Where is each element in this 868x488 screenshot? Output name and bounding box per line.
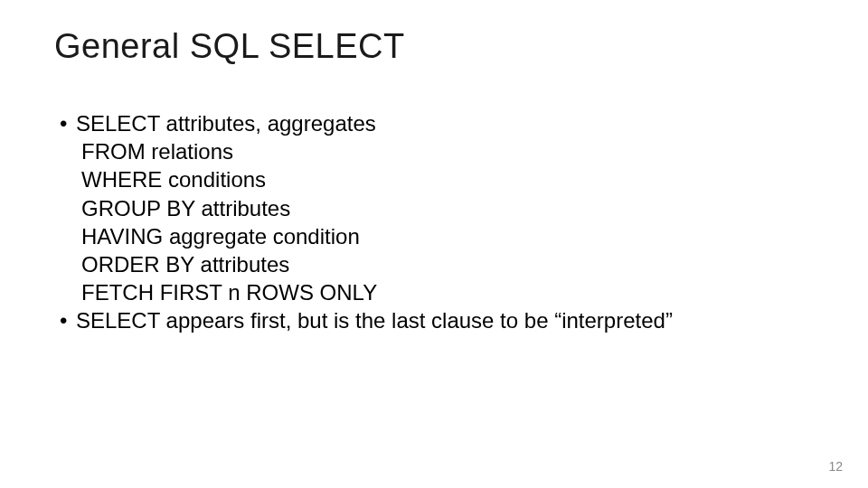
slide-content: • SELECT attributes, aggregates FROM rel…: [54, 109, 814, 335]
continuation-line: FETCH FIRST n ROWS ONLY: [54, 278, 814, 306]
slide-title: General SQL SELECT: [54, 27, 814, 66]
continuation-line: GROUP BY attributes: [54, 194, 814, 222]
bullet-item: • SELECT appears first, but is the last …: [54, 306, 814, 334]
continuation-line: HAVING aggregate condition: [54, 222, 814, 250]
page-number: 12: [828, 459, 843, 474]
slide-container: General SQL SELECT • SELECT attributes, …: [0, 0, 868, 488]
bullet-text: SELECT attributes, aggregates: [76, 109, 814, 137]
continuation-line: FROM relations: [54, 137, 814, 165]
bullet-text: SELECT appears first, but is the last cl…: [76, 306, 814, 334]
bullet-marker-icon: •: [54, 306, 76, 334]
bullet-item: • SELECT attributes, aggregates: [54, 109, 814, 137]
continuation-line: ORDER BY attributes: [54, 250, 814, 278]
continuation-line: WHERE conditions: [54, 165, 814, 193]
bullet-marker-icon: •: [54, 109, 76, 137]
